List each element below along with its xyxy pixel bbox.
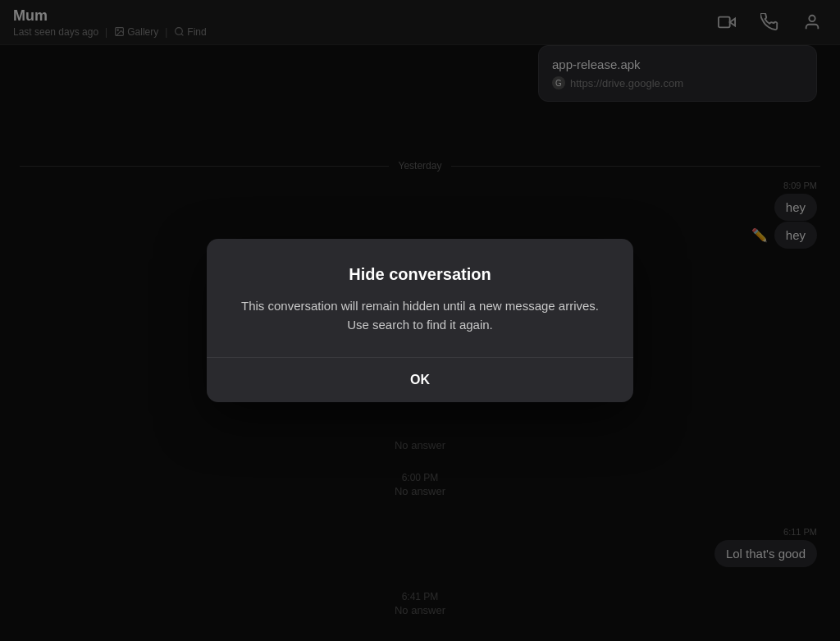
modal-body: Hide conversation This conversation will… bbox=[207, 239, 633, 357]
modal-overlay: Hide conversation This conversation will… bbox=[0, 0, 840, 641]
modal-ok-button[interactable]: OK bbox=[207, 358, 633, 402]
modal-description: This conversation will remain hidden unt… bbox=[240, 297, 600, 334]
hide-conversation-modal: Hide conversation This conversation will… bbox=[207, 239, 633, 402]
modal-title: Hide conversation bbox=[240, 265, 600, 284]
modal-footer: OK bbox=[207, 357, 633, 402]
